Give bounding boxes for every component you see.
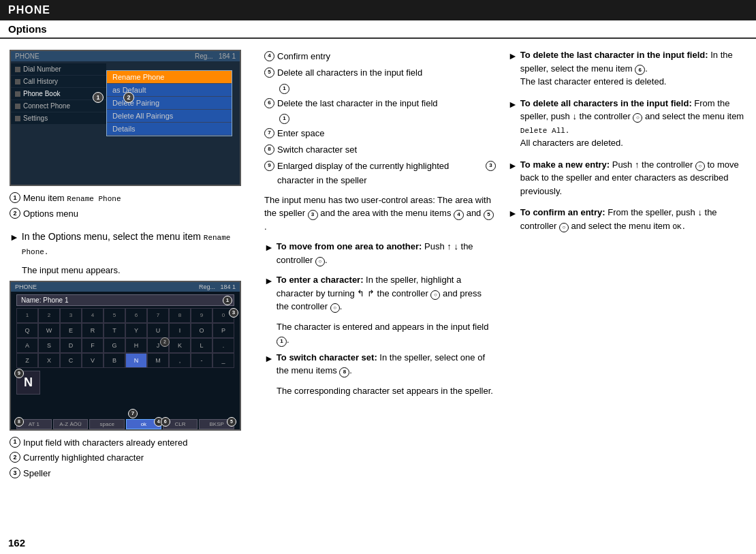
speller-row2: Q W E R T Y U I O P [16,323,234,338]
label-row-s2-2: 2 Currently highlighted character [10,451,253,465]
nbadge-1: 1 [223,296,232,305]
screen1-menu-connect: Connect Phone [11,100,106,112]
circle-8: 8 [264,144,274,155]
circle-4: 4 [264,51,274,61]
switch-charset-result: The corresponding character set appears … [277,384,496,398]
bullet-delete-all: ► To delete all characters in the input … [508,97,745,150]
ctrl-header: PHONE Reg... 184 1 [11,282,240,292]
page-header: PHONE [0,0,756,20]
num-item-7: 7 Enter space [264,127,496,141]
num-item-6: 6 Delete the last character in the input… [264,97,496,111]
numbered-list: 4 Confirm entry 5 Delete all characters … [264,50,496,188]
screen1-overlay-rename: Rename Phone [107,71,232,84]
nbadge-3: 3 [229,308,238,318]
screen2: PHONE Reg... 184 1 Name: Phone 1 1 1 2 3… [10,281,241,431]
circle-6: 6 [264,98,274,108]
mid-bullets: ► To move from one area to another: Push… [264,240,496,397]
screen1: PHONE Reg... 184 1 Dial Number Call Hist… [10,50,241,186]
screen1-overlay-details: Details [107,123,232,136]
speller-row1: 1 2 3 4 5 6 7 8 9 0 [16,308,234,323]
label-s2-num-1: 1 [10,437,20,448]
screen1-menu-settings: Settings [11,112,106,125]
label-s2-num-3: 3 [10,467,20,478]
screen1-instruction: ► In the Options menu, select the menu i… [10,230,253,275]
label-row-s2-3: 3 Speller [10,467,253,481]
ctrl-btn-clr: CLR 6 [163,419,198,429]
screen1-menu-call: Call History [11,76,106,88]
enlarged-char: N 9 [16,371,40,395]
controller-screen: PHONE Reg... 184 1 Name: Phone 1 1 1 2 3… [11,282,240,429]
screen1-header: PHONE Reg... 184 1 [11,51,240,61]
num-item-8: 8 Switch character set [264,143,496,157]
screen1-menu-phonebook: Phone Book [11,88,106,100]
right-column: ► To delete the last character in the in… [503,44,751,554]
circle-3-ref: 3 [486,161,496,171]
ctrl-speller: 1 2 3 4 5 6 7 8 9 0 Q W [16,308,234,369]
label-row-s2-1: 1 Input field with characters already en… [10,436,253,450]
ctrl-btn-at: AT 1 8 [16,419,52,429]
section-title: Options [0,20,756,39]
ctrl-btn-azaou: A-Z ÄÖÜ [53,419,89,429]
label-row-1: 1 Menu item Rename Phone [10,191,253,206]
bullet-new-entry: ► To make a new entry: Push ↑ the contro… [508,158,745,198]
mid-column: 4 Confirm entry 5 Delete all characters … [257,44,503,554]
ctrl-name-bar: Name: Phone 1 1 [16,294,234,306]
num-item-5: 5 Delete all characters in the input fie… [264,66,496,80]
ctrl-btn-bksp: BKSP 5 [199,419,234,429]
page-number: 162 [8,537,25,549]
screen1-labels: 1 Menu item Rename Phone 2 Options menu [10,191,253,221]
ctrl-btn-space: space [89,419,125,429]
circle-7: 7 [264,128,274,138]
bullet-move: ► To move from one area to another: Push… [264,240,496,266]
nbadge-7: 7 [128,409,138,418]
badge-2: 2 [123,92,134,103]
header-title: PHONE [8,4,50,16]
badge-1: 1 [93,92,104,103]
bullet-delete-last: ► To delete the last character in the in… [508,48,745,89]
nbadge-9: 9 [14,369,24,378]
left-column: PHONE Reg... 184 1 Dial Number Call Hist… [5,44,257,554]
speller-row3: A S D F G H J 2 K L . [16,338,234,353]
label-s2-num-2: 2 [10,452,20,463]
screen1-menu-dial: Dial Number [11,63,106,76]
label-row-2: 2 Options menu [10,207,253,221]
right-bullets: ► To delete the last character in the in… [508,48,745,232]
bullet-switch-charset: ► To switch character set: In the spelle… [264,351,496,378]
ctrl-bottom-buttons: AT 1 8 A-Z ÄÖÜ space ok 4 CLR 6 BKSP [16,419,234,429]
label-num-1: 1 [10,192,20,203]
screen1-result: The input menu appears. [22,265,253,275]
speller-row4: Z X C V B N M , - _ [16,353,234,368]
label-num-2: 2 [10,208,20,219]
enter-char-result: The character is entered and appears in … [277,320,496,347]
screen1-left-menu: Dial Number Call History Phone Book Conn… [11,63,106,125]
nbadge-2: 2 [160,337,170,347]
bullet-confirm: ► To confirm an entry: From the speller,… [508,206,745,232]
screen2-labels: 1 Input field with characters already en… [10,436,253,481]
screen1-overlay-deleteall: Delete All Pairings [107,110,232,123]
bullet-enter-char: ► To enter a character: In the speller, … [264,273,496,313]
circle-5: 5 [264,67,274,78]
circle-9: 9 [264,161,274,171]
num-item-9: 9 Enlarged display of the currently high… [264,159,496,188]
input-menu-desc: The input menu has two user-control area… [264,194,496,234]
circle-sub1: 1 [279,84,289,94]
num-item-4: 4 Confirm entry [264,50,496,64]
circle-sub1b: 1 [279,114,289,124]
ctrl-btn-ok: ok 4 [126,419,161,429]
screen1-overlay-menu: Rename Phone as Default Delete Pairing D… [106,70,232,136]
